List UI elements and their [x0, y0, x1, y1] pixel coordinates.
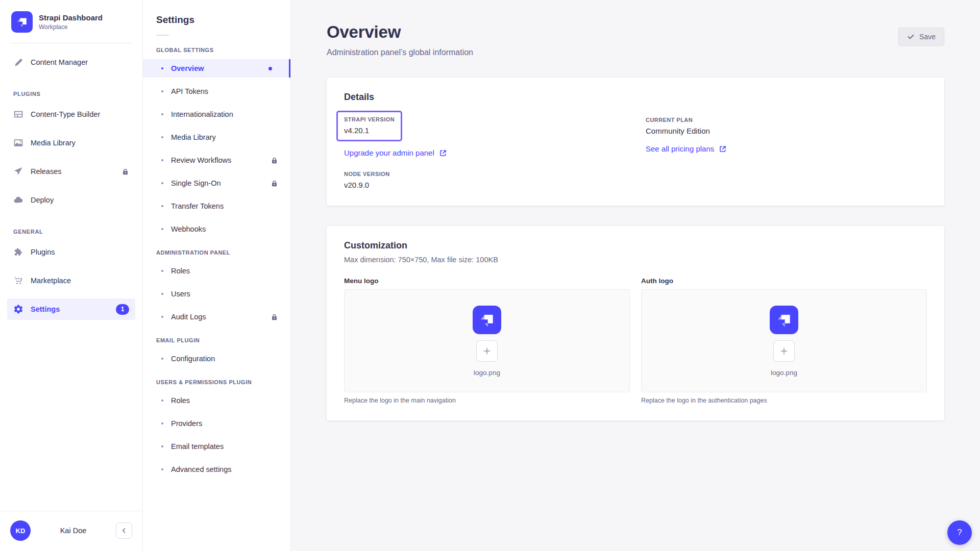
auth-logo-hint: Replace the logo in the authentication p… — [641, 397, 927, 404]
avatar[interactable]: KD — [10, 520, 31, 541]
sidebar-item-label: Plugins — [31, 248, 55, 256]
sidebar-item-label: Content Manager — [31, 58, 88, 66]
puzzle-icon — [13, 247, 23, 257]
subnav-item-label: API Tokens — [171, 87, 208, 95]
grid-icon — [13, 109, 23, 119]
upgrade-admin-panel-link[interactable]: Upgrade your admin panel — [344, 148, 447, 157]
node-version-label: NODE VERSION — [344, 171, 625, 177]
image-icon — [13, 138, 23, 148]
customization-subtitle: Max dimension: 750×750, Max file size: 1… — [344, 256, 927, 264]
subnav-item-label: Review Workflows — [171, 156, 231, 164]
sidebar-item-deploy[interactable]: Deploy — [7, 189, 135, 211]
plus-icon — [779, 346, 789, 356]
subnav-item-providers[interactable]: Providers — [143, 414, 290, 433]
subnav-item-transfer-tokens[interactable]: Transfer Tokens — [143, 197, 290, 215]
divider — [156, 35, 169, 36]
sidebar-item-marketplace[interactable]: Marketplace — [7, 270, 135, 291]
page-header: Overview Administration panel’s global i… — [327, 0, 944, 57]
lock-icon — [271, 157, 278, 164]
strapi-version-label: STRAPI VERSION — [344, 116, 395, 122]
question-icon: ? — [957, 528, 962, 538]
subnav-section-header-global-settings: GLOBAL SETTINGS — [156, 47, 277, 53]
subnav-item-review-workflows[interactable]: Review Workflows — [143, 151, 290, 169]
subnav-item-single-sign-on[interactable]: Single Sign-On — [143, 174, 290, 192]
subnav-item-label: Media Library — [171, 133, 216, 141]
bullet-icon — [161, 468, 163, 470]
lock-icon — [271, 180, 278, 187]
subnav-item-audit-logs[interactable]: Audit Logs — [143, 308, 290, 326]
user-name: Kai Doe — [31, 527, 116, 535]
menu-logo-file-name: logo.png — [474, 369, 500, 377]
sidebar-item-content-type-builder[interactable]: Content-Type Builder — [7, 104, 135, 125]
subnav-item-configuration[interactable]: Configuration — [143, 349, 290, 368]
subnav-item-label: Configuration — [171, 355, 215, 363]
bullet-icon — [161, 293, 163, 295]
add-logo-button[interactable] — [773, 340, 795, 362]
subnav-item-label: Transfer Tokens — [171, 202, 224, 210]
subnav-item-label: Internationalization — [171, 110, 233, 118]
sidebar-item-releases[interactable]: Releases — [7, 161, 135, 182]
subnav-item-webhooks[interactable]: Webhooks — [143, 220, 290, 238]
sidebar-section-header-general: GENERAL — [13, 229, 129, 235]
subnav-item-media-library[interactable]: Media Library — [143, 128, 290, 146]
strapi-logo-icon — [11, 11, 33, 33]
pricing-link-label: See all pricing plans — [646, 144, 714, 153]
strapi-logo-icon — [770, 306, 798, 334]
subnav-item-advanced-settings[interactable]: Advanced settings — [143, 460, 290, 479]
collapse-sidebar-button[interactable] — [116, 522, 132, 539]
chevron-left-icon — [120, 527, 128, 535]
strapi-logo-icon — [473, 306, 501, 334]
subnav-item-up-roles[interactable]: Roles — [143, 391, 290, 410]
lock-icon — [271, 313, 278, 321]
upgrade-link-label: Upgrade your admin panel — [344, 148, 434, 157]
bullet-icon — [161, 358, 163, 360]
subnav-item-api-tokens[interactable]: API Tokens — [143, 82, 290, 101]
details-heading: Details — [344, 92, 927, 103]
sidebar-item-label: Settings — [31, 305, 60, 313]
bullet-icon — [161, 422, 163, 424]
notification-dot-icon — [268, 67, 272, 70]
sidebar-item-label: Content-Type Builder — [31, 110, 100, 118]
bullet-icon — [161, 270, 163, 272]
user-bar: KD Kai Doe — [0, 511, 142, 551]
auth-logo-upload-box[interactable]: logo.png — [641, 289, 927, 392]
menu-logo-upload-box[interactable]: logo.png — [344, 289, 630, 392]
main-content: Overview Administration panel’s global i… — [291, 0, 980, 551]
subnav-item-overview[interactable]: Overview — [143, 59, 290, 78]
bullet-icon — [161, 182, 163, 184]
page-subtitle: Administration panel’s global informatio… — [327, 48, 473, 57]
save-button[interactable]: Save — [898, 28, 944, 46]
add-logo-button[interactable] — [476, 340, 498, 362]
subnav-title: Settings — [156, 14, 277, 26]
subnav-item-email-templates[interactable]: Email templates — [143, 437, 290, 456]
paper-plane-icon — [13, 166, 23, 177]
sidebar-item-content-manager[interactable]: Content Manager — [7, 52, 135, 73]
page-title: Overview — [327, 22, 473, 42]
sidebar-item-label: Deploy — [31, 196, 54, 204]
subnav-item-label: Email templates — [171, 442, 224, 450]
subnav-item-internationalization[interactable]: Internationalization — [143, 105, 290, 123]
pricing-plans-link[interactable]: See all pricing plans — [646, 144, 727, 153]
sidebar-item-settings[interactable]: Settings 1 — [7, 298, 135, 320]
subnav-item-label: Providers — [171, 419, 202, 428]
subnav-item-users[interactable]: Users — [143, 285, 290, 303]
node-version-value: v20.9.0 — [344, 181, 625, 189]
bullet-icon — [161, 205, 163, 207]
brand-subtitle: Workplace — [39, 23, 103, 31]
bullet-icon — [161, 67, 163, 69]
subnav-section-header-users-permissions: USERS & PERMISSIONS PLUGIN — [156, 379, 277, 385]
subnav-item-roles[interactable]: Roles — [143, 262, 290, 280]
help-button[interactable]: ? — [947, 520, 972, 545]
external-link-icon — [439, 149, 447, 157]
sidebar-item-media-library[interactable]: Media Library — [7, 132, 135, 154]
customization-heading: Customization — [344, 240, 927, 251]
bullet-icon — [161, 316, 163, 318]
auth-logo-label: Auth logo — [641, 277, 927, 285]
bullet-icon — [161, 399, 163, 402]
menu-logo-hint: Replace the logo in the main navigation — [344, 397, 630, 404]
bullet-icon — [161, 90, 163, 92]
current-plan-label: CURRENT PLAN — [646, 117, 927, 123]
sidebar-item-plugins[interactable]: Plugins — [7, 241, 135, 263]
brand-title: Strapi Dashboard — [39, 13, 103, 22]
subnav-item-label: Audit Logs — [171, 313, 206, 321]
